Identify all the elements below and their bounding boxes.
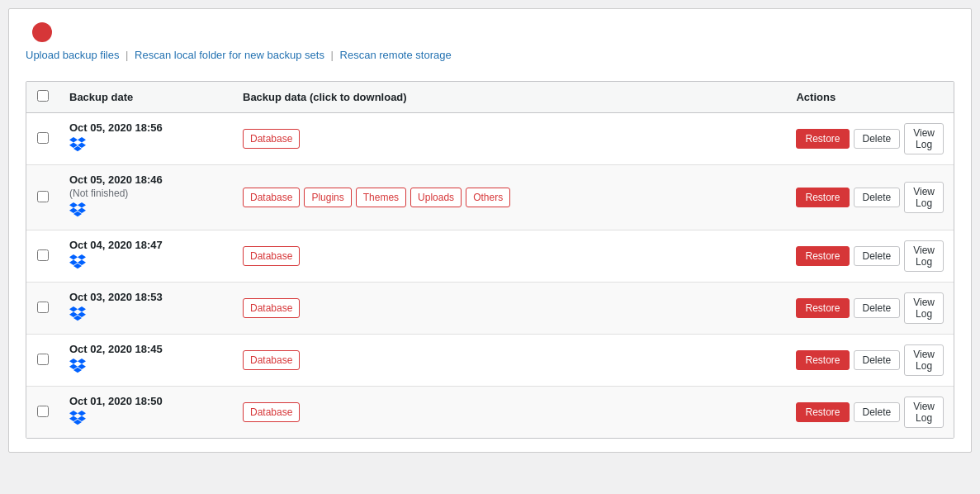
- view-log-button[interactable]: View Log: [904, 344, 944, 376]
- select-all-checkbox[interactable]: [37, 90, 49, 102]
- view-log-button[interactable]: View Log: [904, 292, 944, 324]
- backup-date-text: Oct 03, 2020 18:53: [69, 291, 223, 303]
- row-checkbox[interactable]: [37, 354, 49, 365]
- backup-count-badge: [32, 22, 52, 42]
- col-backup-data: Backup data (click to download): [233, 82, 786, 113]
- backups-table-wrapper: Backup date Backup data (click to downlo…: [26, 81, 954, 439]
- actions-cell: RestoreDeleteView Log: [786, 335, 954, 387]
- more-tasks-row: Upload backup files | Rescan local folde…: [26, 49, 954, 61]
- row-checkbox-cell: [26, 387, 59, 439]
- dropbox-icon: [69, 202, 223, 221]
- backup-date-cell: Oct 01, 2020 18:50: [59, 387, 233, 439]
- restore-button[interactable]: Restore: [796, 350, 849, 370]
- main-card: Upload backup files | Rescan local folde…: [8, 8, 972, 453]
- delete-button[interactable]: Delete: [854, 298, 901, 318]
- table-row: Oct 05, 2020 18:46(Not finished) Databas…: [26, 165, 954, 230]
- backup-tag-button[interactable]: Themes: [356, 188, 406, 208]
- backup-date-sub-text: (Not finished): [69, 188, 223, 199]
- table-row: Oct 03, 2020 18:53 DatabaseRestoreDelete…: [26, 283, 954, 335]
- backup-date-cell: Oct 05, 2020 18:56: [59, 113, 233, 165]
- view-log-button[interactable]: View Log: [904, 182, 944, 213]
- backup-data-cell: Database: [233, 230, 786, 283]
- row-checkbox[interactable]: [37, 191, 49, 202]
- backup-data-cell: Database: [233, 387, 786, 439]
- table-row: Oct 04, 2020 18:47 DatabaseRestoreDelete…: [26, 230, 954, 283]
- row-checkbox[interactable]: [37, 302, 49, 313]
- backup-date-cell: Oct 02, 2020 18:45: [59, 335, 233, 387]
- restore-button[interactable]: Restore: [796, 298, 849, 318]
- separator-1: |: [125, 49, 128, 61]
- page-wrapper: Upload backup files | Rescan local folde…: [0, 0, 980, 494]
- separator-2: |: [331, 49, 334, 61]
- view-log-button[interactable]: View Log: [904, 397, 944, 428]
- backup-date-text: Oct 05, 2020 18:56: [69, 121, 223, 134]
- view-log-button[interactable]: View Log: [904, 240, 944, 272]
- backup-date-text: Oct 05, 2020 18:46: [69, 173, 223, 186]
- dropbox-icon: [69, 137, 223, 156]
- row-checkbox[interactable]: [37, 132, 49, 144]
- col-checkbox: [26, 82, 59, 113]
- backup-tag-button[interactable]: Database: [243, 129, 300, 150]
- backup-tag-button[interactable]: Database: [243, 402, 300, 423]
- restore-button[interactable]: Restore: [796, 188, 849, 207]
- table-row: Oct 05, 2020 18:56 DatabaseRestoreDelete…: [26, 113, 954, 165]
- actions-cell: RestoreDeleteView Log: [786, 230, 954, 283]
- table-header-row: Backup date Backup data (click to downlo…: [26, 82, 954, 113]
- delete-button[interactable]: Delete: [854, 402, 901, 422]
- backup-tag-button[interactable]: Uploads: [410, 188, 462, 208]
- backup-data-cell: DatabasePluginsThemesUploadsOthers: [233, 165, 786, 230]
- backup-tag-button[interactable]: Others: [466, 188, 510, 208]
- backups-table: Backup date Backup data (click to downlo…: [26, 82, 954, 438]
- actions-cell: RestoreDeleteView Log: [786, 387, 954, 439]
- col-actions: Actions: [786, 82, 954, 113]
- restore-button[interactable]: Restore: [796, 246, 849, 266]
- backup-tag-button[interactable]: Database: [243, 298, 300, 319]
- backup-date-text: Oct 04, 2020 18:47: [69, 239, 223, 251]
- restore-button[interactable]: Restore: [796, 129, 849, 149]
- restore-button[interactable]: Restore: [796, 402, 849, 422]
- col-backup-date: Backup date: [59, 82, 233, 113]
- backup-date-cell: Oct 04, 2020 18:47: [59, 230, 233, 283]
- backup-tag-button[interactable]: Database: [243, 188, 300, 208]
- title-row: [26, 22, 954, 42]
- header-section: Upload backup files | Rescan local folde…: [26, 22, 954, 71]
- table-row: Oct 02, 2020 18:45 DatabaseRestoreDelete…: [26, 335, 954, 387]
- actions-cell: RestoreDeleteView Log: [786, 165, 954, 230]
- dropbox-icon: [69, 306, 223, 325]
- backup-date-text: Oct 01, 2020 18:50: [69, 395, 223, 407]
- delete-button[interactable]: Delete: [854, 129, 901, 149]
- table-row: Oct 01, 2020 18:50 DatabaseRestoreDelete…: [26, 387, 954, 439]
- actions-cell: RestoreDeleteView Log: [786, 283, 954, 335]
- row-checkbox[interactable]: [37, 249, 49, 261]
- backup-tag-button[interactable]: Plugins: [304, 188, 351, 208]
- backup-data-cell: Database: [233, 283, 786, 335]
- row-checkbox-cell: [26, 283, 59, 335]
- backup-date-cell: Oct 05, 2020 18:46(Not finished): [59, 165, 233, 230]
- backup-data-cell: Database: [233, 113, 786, 165]
- row-checkbox[interactable]: [37, 406, 49, 417]
- rescan-remote-storage-link[interactable]: Rescan remote storage: [340, 49, 452, 61]
- backup-date-text: Oct 02, 2020 18:45: [69, 343, 223, 355]
- backup-data-cell: Database: [233, 335, 786, 387]
- delete-button[interactable]: Delete: [854, 350, 901, 370]
- view-log-button[interactable]: View Log: [904, 123, 944, 154]
- actions-cell: RestoreDeleteView Log: [786, 113, 954, 165]
- delete-button[interactable]: Delete: [854, 246, 901, 266]
- backup-tag-button[interactable]: Database: [243, 350, 300, 371]
- backup-tag-button[interactable]: Database: [243, 246, 300, 267]
- row-checkbox-cell: [26, 113, 59, 165]
- dropbox-icon: [69, 254, 223, 273]
- dropbox-icon: [69, 359, 223, 378]
- row-checkbox-cell: [26, 165, 59, 230]
- delete-button[interactable]: Delete: [854, 188, 901, 207]
- row-checkbox-cell: [26, 230, 59, 283]
- backup-date-cell: Oct 03, 2020 18:53: [59, 283, 233, 335]
- dropbox-icon: [69, 411, 223, 430]
- rescan-local-folder-link[interactable]: Rescan local folder for new backup sets: [135, 49, 324, 61]
- upload-backup-files-link[interactable]: Upload backup files: [26, 49, 119, 61]
- row-checkbox-cell: [26, 335, 59, 387]
